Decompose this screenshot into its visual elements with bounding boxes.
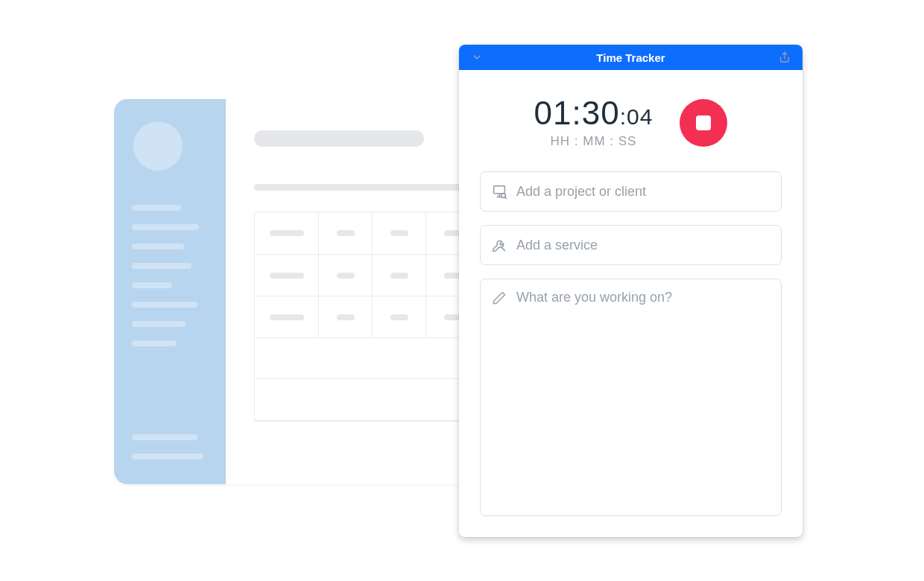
- time-tracker-panel: Time Tracker 01:30:04 HH : MM : SS: [459, 45, 803, 537]
- sidebar-item: [132, 321, 186, 327]
- sidebar-item: [132, 224, 199, 230]
- sidebar-item: [132, 434, 197, 440]
- avatar-placeholder: [133, 121, 183, 171]
- timer-seconds: 04: [627, 104, 653, 129]
- share-button[interactable]: [777, 50, 792, 65]
- service-icon: [491, 237, 507, 253]
- title-placeholder: [254, 130, 424, 147]
- timer-labels: HH : MM : SS: [534, 134, 654, 149]
- sidebar-item: [132, 302, 197, 308]
- timer-area: 01:30:04 HH : MM : SS: [459, 70, 803, 164]
- sidebar-item: [132, 263, 192, 269]
- chevron-down-icon: [472, 52, 482, 63]
- service-field[interactable]: [480, 225, 782, 265]
- svg-rect-1: [494, 186, 505, 194]
- sidebar-item: [132, 244, 184, 250]
- timer-minutes: 30: [582, 95, 620, 131]
- sidebar-item: [132, 205, 181, 211]
- background-sidebar: [114, 99, 226, 484]
- project-icon: [491, 183, 507, 200]
- pencil-icon: [491, 290, 507, 306]
- sidebar-item: [132, 340, 177, 346]
- tracker-header: Time Tracker: [459, 45, 803, 70]
- project-input[interactable]: [516, 184, 770, 200]
- timer-hours: 01: [534, 95, 572, 131]
- service-input[interactable]: [516, 238, 770, 253]
- sidebar-item: [132, 282, 172, 288]
- share-icon: [779, 51, 791, 63]
- notes-input[interactable]: [516, 290, 770, 505]
- stop-icon: [696, 115, 711, 130]
- tracker-title: Time Tracker: [596, 51, 665, 64]
- sidebar-item: [132, 454, 203, 460]
- notes-field[interactable]: [480, 279, 782, 516]
- collapse-button[interactable]: [469, 50, 484, 65]
- project-field[interactable]: [480, 171, 782, 212]
- stop-button[interactable]: [680, 99, 727, 147]
- timer-display: 01:30:04: [534, 97, 654, 130]
